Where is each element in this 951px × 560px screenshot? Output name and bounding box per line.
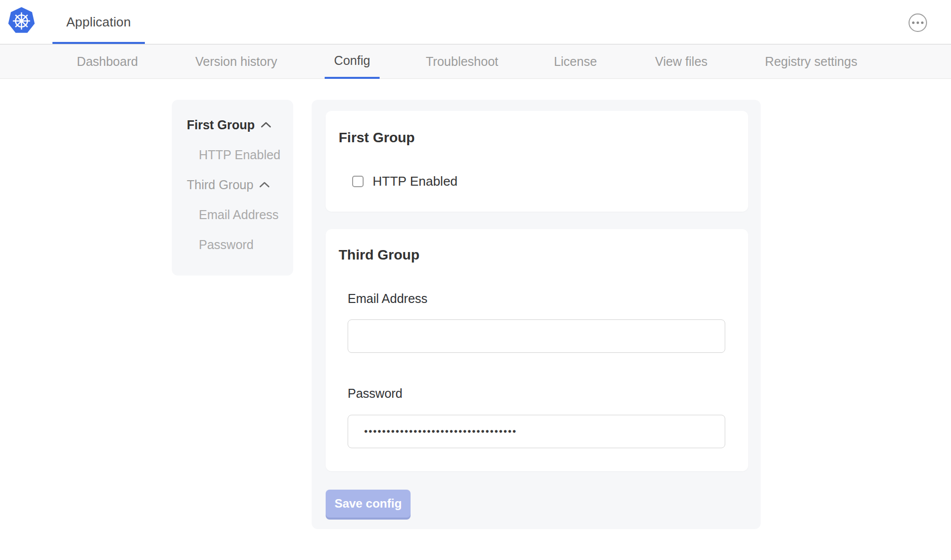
sidebar-item-http-enabled[interactable]: HTTP Enabled [172, 140, 293, 170]
config-panel: First Group HTTP Enabled Third Group Ema… [312, 100, 761, 529]
tab-license[interactable]: License [550, 44, 600, 79]
config-sidebar: First Group HTTP Enabled Third Group Ema… [172, 100, 293, 276]
save-config-button[interactable]: Save config [326, 490, 411, 518]
kubernetes-logo [8, 6, 35, 36]
http-enabled-label: HTTP Enabled [373, 174, 458, 189]
tab-registry-settings[interactable]: Registry settings [761, 44, 861, 79]
group-title: Third Group [339, 247, 420, 264]
config-group-first: First Group HTTP Enabled [326, 111, 748, 212]
tab-dashboard[interactable]: Dashboard [72, 44, 142, 79]
tab-troubleshoot[interactable]: Troubleshoot [422, 44, 502, 79]
sidebar-item-password[interactable]: Password [172, 230, 293, 260]
sidebar-item-first-group[interactable]: First Group [172, 110, 293, 140]
tab-version-history[interactable]: Version history [191, 44, 281, 79]
application-tab[interactable]: Application [52, 2, 145, 44]
app-header: Application [0, 0, 951, 44]
application-tab-label: Application [66, 14, 131, 30]
sidebar-item-label: HTTP Enabled [199, 148, 281, 162]
sidebar-item-email-address[interactable]: Email Address [172, 200, 293, 230]
sidebar-item-third-group[interactable]: Third Group [172, 170, 293, 200]
app-navbar: Dashboard Version history Config Trouble… [0, 44, 951, 79]
sidebar-item-label: Third Group [187, 178, 253, 192]
tab-config[interactable]: Config [325, 44, 380, 79]
overflow-menu-button[interactable] [909, 13, 927, 32]
email-address-field[interactable] [348, 319, 725, 353]
sidebar-item-label: First Group [187, 118, 255, 132]
chevron-up-icon [259, 182, 270, 188]
http-enabled-row: HTTP Enabled [352, 174, 458, 189]
password-label: Password [348, 386, 403, 401]
chevron-up-icon [261, 122, 271, 128]
password-field[interactable] [348, 415, 725, 448]
sidebar-item-label: Password [199, 238, 254, 252]
tab-view-files[interactable]: View files [651, 44, 711, 79]
http-enabled-checkbox[interactable] [352, 176, 364, 187]
config-group-third: Third Group Email Address Password [326, 229, 748, 471]
ellipsis-icon [912, 21, 924, 24]
sidebar-item-label: Email Address [199, 208, 279, 222]
kubernetes-icon [8, 6, 35, 36]
email-address-label: Email Address [348, 291, 428, 306]
group-title: First Group [339, 129, 415, 146]
